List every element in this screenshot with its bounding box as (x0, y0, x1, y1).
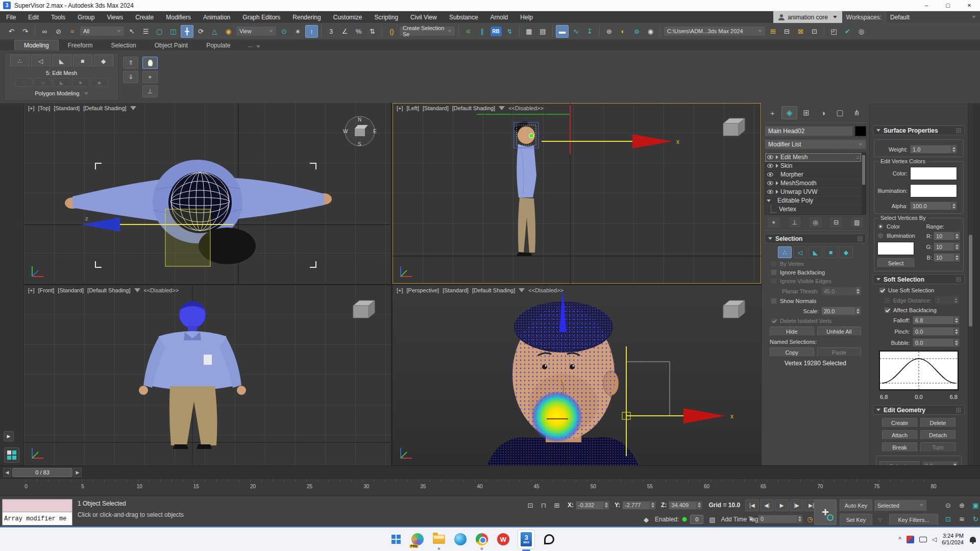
maximize-button[interactable]: ▢ (937, 0, 959, 11)
range-g-spinner[interactable]: 10 (934, 242, 960, 251)
tab-hierarchy[interactable]: ⊞ (798, 106, 814, 119)
chrome-app[interactable] (475, 532, 489, 546)
tab-utilities[interactable]: ⋔ (849, 106, 865, 119)
edge-app[interactable] (453, 532, 468, 546)
angle-snap-icon[interactable]: ∠ (338, 25, 351, 38)
zoom-region-icon[interactable]: ⊡ (942, 513, 954, 525)
x-axis-arrow[interactable] (632, 134, 672, 148)
absolute-mode-icon[interactable]: ⊞ (551, 499, 562, 511)
detach-button[interactable]: Detach (920, 430, 955, 440)
ribbon-tab-populate[interactable]: Populate (197, 40, 239, 51)
shield-icon[interactable]: ◆ (641, 514, 652, 525)
viewport-menu-plus[interactable]: [+] (28, 287, 35, 293)
select-and-move-icon[interactable]: ╋ (181, 25, 193, 38)
menu-group[interactable]: Group (71, 11, 101, 23)
render-setup-icon[interactable]: ⊚ (630, 25, 643, 38)
zoom-all-icon[interactable]: ⊕ (955, 499, 968, 511)
edit-geometry-header[interactable]: Edit Geometry (873, 405, 965, 415)
show-end-result-icon[interactable]: ⊥ (789, 217, 801, 228)
x-axis-arrow[interactable] (683, 408, 725, 423)
go-to-start-button[interactable]: |◀ (745, 499, 759, 511)
select-and-manipulate-icon[interactable]: ∗ (291, 25, 304, 38)
mirror-icon[interactable]: « (462, 25, 475, 38)
ignore-visible-edges-checkbox[interactable] (771, 278, 777, 284)
affect-backfacing-checkbox[interactable] (884, 307, 890, 313)
visibility-eye-icon[interactable] (767, 163, 774, 169)
rect-selection-region-icon[interactable]: ▢ (153, 25, 166, 38)
viewport-tab-expand-button[interactable]: ▶ (4, 431, 14, 441)
edit-named-sets-icon[interactable]: {} (385, 25, 398, 38)
turn-button[interactable]: Turn (920, 442, 955, 452)
wps-app[interactable]: W (496, 532, 510, 546)
attach-button[interactable]: Attach (882, 430, 917, 440)
create-button[interactable]: Create (882, 418, 917, 428)
viewport-shading[interactable]: [Default Shading] (83, 105, 126, 111)
pan-icon[interactable]: ≋ (955, 513, 968, 525)
subobject-vertex-button[interactable]: ∴ (10, 55, 30, 68)
selection-gizmo-rect[interactable] (165, 209, 210, 266)
viewport-canvas-perspective[interactable]: x (393, 285, 761, 465)
stack-row-meshsmooth[interactable]: MeshSmooth (765, 179, 861, 188)
subobject-polygon-button[interactable]: ■ (824, 246, 838, 258)
export-asset-icon[interactable]: ⊟ (780, 25, 793, 38)
select-by-color-swatch[interactable] (877, 242, 914, 255)
menu-edit[interactable]: Edit (22, 11, 45, 23)
menu-civil-view[interactable]: Civil View (404, 11, 443, 23)
auto-key-button[interactable]: Auto Key (840, 499, 872, 512)
select-by-name-icon[interactable]: ☰ (139, 25, 152, 38)
viewport-shading[interactable]: [Default Shading] (472, 287, 515, 293)
expand-arrow-icon[interactable] (776, 181, 778, 185)
subobject-border-button[interactable]: ◣ (52, 55, 71, 68)
show-end-result-toggle[interactable] (142, 57, 158, 69)
set-key-button[interactable]: Set Key (840, 514, 872, 526)
stack-scrollbar[interactable] (862, 153, 866, 214)
frame-back-button[interactable]: ◀ (3, 468, 11, 477)
remove-modifier-icon[interactable]: ⊟ (830, 217, 842, 228)
isolate-selection-icon[interactable]: ⊡ (525, 499, 536, 511)
subobject-face-button[interactable]: ◣ (808, 246, 822, 258)
menu-modifiers[interactable]: Modifiers (160, 11, 197, 23)
range-b-spinner[interactable]: 10 (934, 253, 960, 262)
ribbon-tab-freeform[interactable]: Freeform (59, 40, 102, 51)
snap-toggle-3d-icon[interactable]: 3 (325, 25, 337, 38)
radio-illumination[interactable] (877, 233, 884, 239)
bubble-spinner[interactable]: 0.0 (913, 338, 960, 347)
previous-modifier-button[interactable]: ⇑ (123, 57, 138, 69)
viewport-shading[interactable]: [Default Shading] (452, 105, 495, 111)
close-button[interactable]: ✕ (959, 0, 980, 11)
time-slider-handle[interactable]: 0 / 83 (12, 468, 72, 477)
viewcube[interactable] (349, 298, 378, 322)
make-unique-icon[interactable]: ◎ (810, 217, 822, 228)
viewport-standard[interactable]: [Standard] (54, 105, 80, 111)
object-name-field[interactable]: Main Head02 (765, 126, 853, 136)
filter-funnel-icon[interactable] (519, 288, 525, 292)
stack-row-vertex[interactable]: Vertex (765, 205, 861, 214)
viewcube[interactable] (719, 116, 748, 140)
weight-spinner[interactable]: 1.0 (910, 145, 957, 154)
normals-scale-spinner[interactable]: 20.0 (821, 307, 861, 315)
select-button[interactable]: Select (877, 258, 914, 268)
ribbon-tab-object-paint[interactable]: Object Paint (145, 40, 197, 51)
signin-user-menu[interactable]: animation core (773, 11, 842, 23)
menu-animation[interactable]: Animation (197, 11, 236, 23)
collapse-arrow-icon[interactable] (767, 199, 771, 202)
named-selection-set-select[interactable]: Create Selection Se (399, 26, 455, 36)
viewport-standard[interactable]: [Standard] (423, 105, 449, 111)
radio-color[interactable] (877, 223, 884, 230)
project-folder-select[interactable]: C:\Users\ADM...3ds Max 2024 (664, 26, 766, 36)
next-frame-button[interactable]: |▶ (790, 499, 803, 511)
align-icon[interactable]: ∥ (476, 25, 488, 38)
pin-stack-icon[interactable]: ⌖ (768, 217, 780, 228)
soft-selection-header[interactable]: Soft Selection (873, 274, 965, 284)
edge-distance-spinner[interactable]: 1 (935, 296, 959, 305)
stack-row-unwrap-uvw[interactable]: Unwrap UVW (765, 188, 861, 196)
ribbon-tab-selection[interactable]: Selection (102, 40, 145, 51)
viewport-canvas-front[interactable] (24, 285, 391, 465)
planar-thresh-spinner[interactable]: 45.0 (821, 287, 861, 295)
ribbon-tab-modeling[interactable]: Modeling (14, 40, 59, 51)
modifier-list-dropdown[interactable]: Modifier List (765, 139, 866, 149)
key-filter-mini-icon[interactable]: ∵ (874, 515, 886, 525)
scene-explorer-icon[interactable]: ▦ (523, 25, 535, 38)
notifications-bell-icon[interactable] (970, 537, 976, 542)
undo-button[interactable]: ↶ (5, 25, 18, 38)
